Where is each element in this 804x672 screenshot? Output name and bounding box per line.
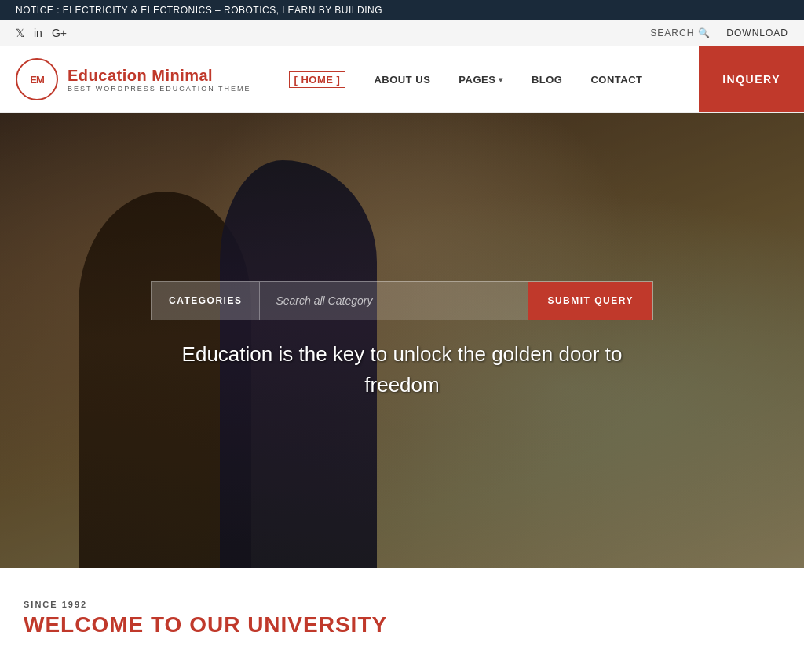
top-right-area: SEARCH 🔍 DOWNLOAD: [650, 27, 788, 38]
nav-blog[interactable]: BLOG: [517, 46, 577, 112]
social-icons: 𝕏 in G+: [16, 27, 67, 39]
categories-dropdown[interactable]: CATEGORIES: [152, 282, 260, 320]
nav-home[interactable]: [ HOME ]: [275, 46, 360, 112]
logo-text-area: Education Minimal BEST WORDPRESS EDUCATI…: [68, 67, 251, 93]
logo-badge: EM: [16, 58, 58, 100]
download-link[interactable]: DOWNLOAD: [726, 27, 788, 38]
logo-area: EM Education Minimal BEST WORDPRESS EDUC…: [0, 46, 267, 112]
hero-search-bar: CATEGORIES SUBMIT QUERY: [151, 281, 653, 320]
hero-content: CATEGORIES SUBMIT QUERY Education is the…: [0, 113, 804, 568]
search-area[interactable]: SEARCH 🔍: [650, 27, 711, 38]
nav-about[interactable]: ABOUT US: [360, 46, 444, 112]
twitter-icon[interactable]: 𝕏: [16, 27, 24, 39]
linkedin-icon[interactable]: in: [34, 27, 42, 39]
since-label: SINCE 1992: [24, 600, 780, 609]
main-nav: [ HOME ] ABOUT US PAGES ▾ BLOG CONTACT: [267, 46, 700, 112]
inquiry-button[interactable]: INQUERY: [699, 46, 804, 112]
logo-badge-text: EM: [30, 74, 44, 86]
search-input[interactable]: [260, 282, 528, 320]
submit-query-button[interactable]: SUBMIT QUERY: [528, 282, 652, 320]
search-label: SEARCH: [650, 27, 694, 38]
nav-contact[interactable]: CONTACT: [576, 46, 656, 112]
below-hero-section: SINCE 1992 WELCOME TO OUR UNIVERSITY: [0, 568, 804, 653]
notice-bar: NOTICE : ELECTRICITY & ELECTRONICS – ROB…: [0, 0, 804, 20]
top-bar: 𝕏 in G+ SEARCH 🔍 DOWNLOAD: [0, 20, 804, 46]
hero-quote: Education is the key to unlock the golde…: [174, 339, 630, 400]
welcome-heading: WELCOME TO OUR UNIVERSITY: [24, 612, 780, 637]
nav-pages[interactable]: PAGES ▾: [444, 46, 517, 112]
notice-text: NOTICE : ELECTRICITY & ELECTRONICS – ROB…: [16, 5, 382, 16]
hero-section: CATEGORIES SUBMIT QUERY Education is the…: [0, 113, 804, 568]
pages-chevron-icon: ▾: [499, 75, 503, 84]
logo-title: Education Minimal: [68, 67, 251, 85]
logo-subtitle: BEST WORDPRESS EDUCATION THEME: [68, 85, 251, 93]
search-icon: 🔍: [698, 27, 711, 38]
googleplus-icon[interactable]: G+: [52, 27, 67, 39]
header: EM Education Minimal BEST WORDPRESS EDUC…: [0, 46, 804, 113]
